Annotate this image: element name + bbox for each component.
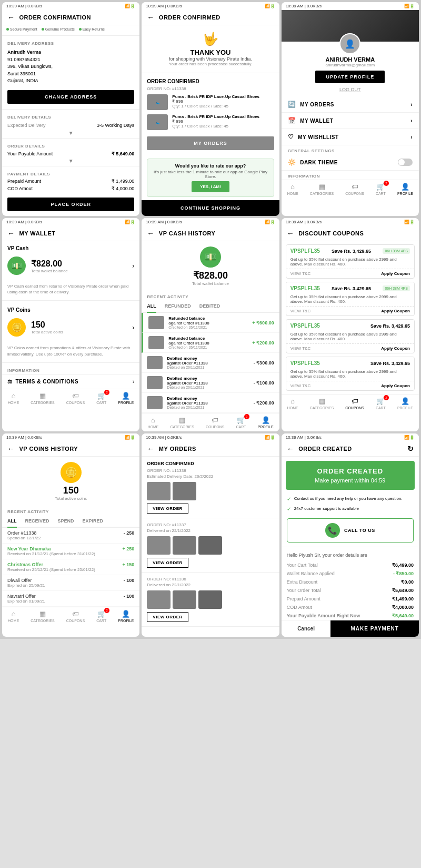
nav-profile[interactable]: 👤 PROFILE xyxy=(258,416,274,429)
activity-product-image xyxy=(147,396,163,409)
my-orders-menu-item[interactable]: 🔄 MY ORDERS › xyxy=(282,96,419,113)
back-arrow-icon[interactable]: ← xyxy=(7,229,15,238)
detail-row-4: Prepaid Amount ₹1,499.00 xyxy=(282,595,419,603)
detail-row-3: Your Order Total ₹5,649.00 xyxy=(282,586,419,595)
back-arrow-icon[interactable]: ← xyxy=(287,445,295,453)
nav-cart[interactable]: 🛒 2 CART xyxy=(236,416,246,429)
info-check-1: ✓ 24x7 customer support is available xyxy=(282,504,419,514)
nav-coupons[interactable]: 🏷 COUPONS xyxy=(66,610,85,623)
payable-amount-row: Your Payable Amount ₹ 5,649.00 xyxy=(2,150,139,158)
order-product-img-1 xyxy=(147,482,171,500)
back-arrow-icon[interactable]: ← xyxy=(147,13,155,22)
nav-cart[interactable]: 🛒 2 CART xyxy=(376,183,386,195)
nav-profile[interactable]: 👤 PROFILE xyxy=(118,392,134,405)
activity-product-image xyxy=(147,356,163,369)
refresh-icon[interactable]: ↻ xyxy=(407,445,414,453)
view-order-button-0[interactable]: VIEW ORDER xyxy=(147,504,188,514)
back-arrow-icon[interactable]: ← xyxy=(147,229,155,238)
my-orders-button[interactable]: MY ORDERS xyxy=(147,136,274,150)
chevron-right-icon: › xyxy=(132,262,134,270)
coins-tab-all[interactable]: ALL xyxy=(7,515,17,528)
nav-categories[interactable]: ▦ CATEGORIES xyxy=(171,416,194,429)
profile-info: 👤 ANIRUDH VERMA anirudhvarma@gmail.com U… xyxy=(282,42,419,96)
continue-shopping-button[interactable]: CONTINUE SHOPPING xyxy=(142,200,279,216)
back-arrow-icon[interactable]: ← xyxy=(147,445,155,453)
apply-coupon-3[interactable]: Apply Coupon xyxy=(381,383,410,388)
back-arrow-icon[interactable]: ← xyxy=(7,13,15,22)
nav-coupons[interactable]: 🏷 COUPONS xyxy=(345,397,364,410)
dark-theme-toggle[interactable]: 🔆 DARK THEME xyxy=(282,154,419,171)
coupon-card-2: VPSPLFL35 Save Rs. 3,429.65 Get up to 35… xyxy=(286,319,415,353)
change-address-button[interactable]: CHANGE ADDRESS xyxy=(7,90,134,104)
my-wallet-menu-item[interactable]: 📅 MY WALLET › xyxy=(282,113,419,129)
coins-icon: 🪙 xyxy=(61,462,82,483)
rate-app-button[interactable]: YES, I AM! xyxy=(192,181,229,192)
vp-coins-icon: 🪙 xyxy=(7,318,26,337)
nav-coupons[interactable]: 🏷 COUPONS xyxy=(206,416,224,429)
cancel-button[interactable]: Cancel xyxy=(282,620,331,637)
coins-tab-received[interactable]: RECEIVED xyxy=(25,515,49,528)
order-product-img-1 xyxy=(147,590,171,609)
bottom-nav-profile: ⌂ HOME ▦ CATEGORIES 🏷 COUPONS 🛒 2 CART 👤… xyxy=(282,180,419,198)
nav-categories[interactable]: ▦ CATEGORIES xyxy=(31,392,54,405)
coins-tab-expired[interactable]: EXPIRED xyxy=(83,515,104,528)
nav-home[interactable]: ⌂ HOME xyxy=(8,392,19,405)
activity-item-1: Refunded balance against Order #11338 Cr… xyxy=(142,333,279,353)
vp-coins-section: VP Coins 🪙 150 Total active coins › xyxy=(2,303,139,344)
nav-categories[interactable]: ▦ CATEGORIES xyxy=(31,610,54,623)
nav-profile[interactable]: 👤 PROFILE xyxy=(118,610,134,623)
check-icon: ✓ xyxy=(287,506,291,512)
nav-home[interactable]: ⌂ HOME xyxy=(287,183,298,195)
nav-coupons[interactable]: 🏷 COUPONS xyxy=(66,392,85,405)
activity-item-3: Debited money against Order #11338 Debit… xyxy=(142,373,279,393)
view-order-button-1[interactable]: VIEW ORDER xyxy=(147,558,188,568)
bottom-nav-coupons: ⌂ HOME ▦ CATEGORIES 🏷 COUPONS 🛒 2 CART 👤… xyxy=(282,394,419,412)
profile-icon: 👤 xyxy=(122,610,130,618)
order-product-img-2 xyxy=(173,590,196,609)
call-us-button[interactable]: 📞 CALL TO US xyxy=(287,518,414,542)
apply-coupon-2[interactable]: Apply Coupon xyxy=(381,346,410,351)
my-wishlist-menu-item[interactable]: ♡ MY WISHLLIST › xyxy=(282,129,419,145)
nav-cart[interactable]: 🛒 2 CART xyxy=(376,397,386,410)
bottom-nav-wallet: ⌂ HOME ▦ CATEGORIES 🏷 COUPONS 🛒 2 CART 👤… xyxy=(2,389,139,407)
apply-coupon-0[interactable]: Apply Coupon xyxy=(381,271,410,276)
profile-icon: 👤 xyxy=(122,392,130,400)
place-order-button[interactable]: PLACE ORDER xyxy=(7,198,134,211)
nav-categories[interactable]: ▦ CATEGORIES xyxy=(310,183,334,195)
view-order-button-2[interactable]: VIEW ORDER xyxy=(147,612,188,622)
nav-cart[interactable]: 🛒 2 CART xyxy=(96,392,106,405)
make-payment-button[interactable]: MAKE PAYMENT xyxy=(330,620,419,637)
nav-profile[interactable]: 👤 PROFILE xyxy=(397,397,413,410)
vp-cash-section: VP Cash 💵 ₹828.00 Total wallet balance › xyxy=(2,241,139,282)
nav-categories[interactable]: ▦ CATEGORIES xyxy=(310,397,334,410)
coupon-card-0: VPSPLFL35 Save Rs. 3,429.65 06H 38M 4PS … xyxy=(286,244,415,279)
tab-refunded[interactable]: REFUNDED xyxy=(165,300,191,313)
nav-profile[interactable]: 👤 PROFILE xyxy=(397,183,413,195)
coins-tab-spend[interactable]: SPEND xyxy=(58,515,74,528)
tab-debited[interactable]: DEBITED xyxy=(199,300,220,313)
my-wallet-header: ← MY WALLET xyxy=(2,226,139,241)
back-arrow-icon[interactable]: ← xyxy=(7,445,15,453)
nav-coupons[interactable]: 🏷 COUPONS xyxy=(345,183,364,195)
nav-home[interactable]: ⌂ HOME xyxy=(8,610,19,623)
thank-you-icon: 🤟 xyxy=(152,32,268,46)
dark-theme-toggle-switch[interactable] xyxy=(398,159,413,166)
order-product-img-2 xyxy=(173,536,196,555)
bottom-nav-coins: ⌂ HOME ▦ CATEGORIES 🏷 COUPONS 🛒 2 CART 👤… xyxy=(2,607,139,625)
nav-home[interactable]: ⌂ HOME xyxy=(287,397,298,410)
categories-icon: ▦ xyxy=(179,416,185,424)
back-arrow-icon[interactable]: ← xyxy=(287,229,295,238)
nav-home[interactable]: ⌂ HOME xyxy=(147,416,158,429)
terms-conditions-row[interactable]: ⚖ TERMS & CONDITIONS › xyxy=(2,374,139,389)
update-profile-button[interactable]: UPDATE PROFILE xyxy=(315,71,385,83)
activity-product-image xyxy=(148,336,164,349)
logout-link[interactable]: LOG OUT xyxy=(339,87,361,92)
vp-cash-icon: 💵 xyxy=(7,257,26,275)
activity-product-image xyxy=(148,316,164,329)
tab-all[interactable]: ALL xyxy=(147,300,156,313)
terms-icon: ⚖ xyxy=(7,379,13,384)
detail-row-5: COD Amout ₹4,000.00 xyxy=(282,603,419,611)
nav-cart[interactable]: 🛒 2 CART xyxy=(96,610,106,623)
home-icon: ⌂ xyxy=(12,610,16,618)
apply-coupon-1[interactable]: Apply Coupon xyxy=(381,309,410,313)
